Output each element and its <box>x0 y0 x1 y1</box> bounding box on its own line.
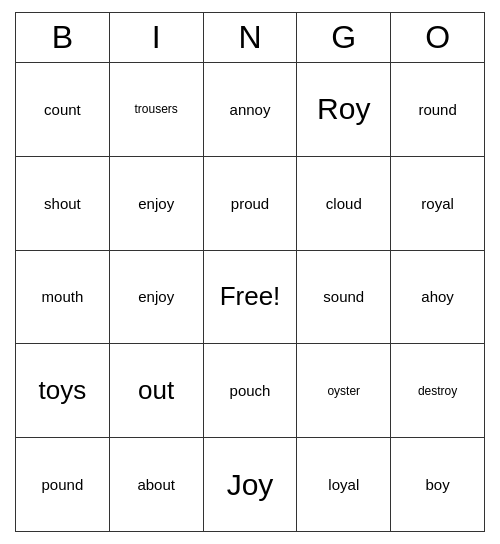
bingo-row: mouthenjoyFree!soundahoy <box>16 251 484 345</box>
bingo-row: shoutenjoyproudcloudroyal <box>16 157 484 251</box>
bingo-cell: proud <box>204 157 298 250</box>
bingo-header: BINGO <box>15 12 485 62</box>
header-letter: G <box>297 13 391 62</box>
bingo-cell: pound <box>16 438 110 531</box>
bingo-card: BINGO counttrousersannoyRoyroundshoutenj… <box>15 12 485 532</box>
bingo-cell: oyster <box>297 344 391 437</box>
bingo-cell: loyal <box>297 438 391 531</box>
bingo-cell: toys <box>16 344 110 437</box>
header-letter: N <box>204 13 298 62</box>
bingo-cell: ahoy <box>391 251 484 344</box>
bingo-cell: about <box>110 438 204 531</box>
header-letter: B <box>16 13 110 62</box>
bingo-row: counttrousersannoyRoyround <box>16 63 484 157</box>
header-letter: O <box>391 13 484 62</box>
bingo-cell: round <box>391 63 484 156</box>
bingo-cell: Joy <box>204 438 298 531</box>
bingo-cell: Free! <box>204 251 298 344</box>
bingo-cell: boy <box>391 438 484 531</box>
bingo-cell: sound <box>297 251 391 344</box>
bingo-cell: enjoy <box>110 251 204 344</box>
bingo-cell: enjoy <box>110 157 204 250</box>
bingo-cell: mouth <box>16 251 110 344</box>
bingo-cell: royal <box>391 157 484 250</box>
bingo-cell: pouch <box>204 344 298 437</box>
bingo-grid: counttrousersannoyRoyroundshoutenjoyprou… <box>15 62 485 532</box>
bingo-cell: shout <box>16 157 110 250</box>
bingo-cell: annoy <box>204 63 298 156</box>
bingo-row: toysoutpouchoysterdestroy <box>16 344 484 438</box>
bingo-cell: destroy <box>391 344 484 437</box>
bingo-cell: Roy <box>297 63 391 156</box>
header-letter: I <box>110 13 204 62</box>
bingo-cell: out <box>110 344 204 437</box>
bingo-cell: cloud <box>297 157 391 250</box>
bingo-cell: count <box>16 63 110 156</box>
bingo-cell: trousers <box>110 63 204 156</box>
bingo-row: poundaboutJoyloyalboy <box>16 438 484 531</box>
